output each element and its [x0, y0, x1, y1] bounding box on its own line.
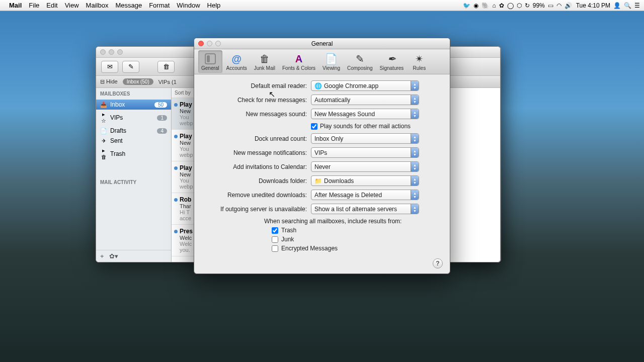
menu-window[interactable]: Window [177, 2, 200, 9]
trash-icon: ▸ 🗑 [100, 147, 107, 160]
notification-center-icon[interactable]: ☰ [634, 2, 640, 9]
sidebar-item-drafts[interactable]: 📄 Drafts 4 [96, 126, 171, 136]
tab-junk-mail[interactable]: 🗑 Junk Mail [251, 50, 278, 73]
add-button[interactable]: + [100, 252, 104, 260]
volume-icon[interactable]: 🔊 [565, 2, 572, 9]
label-notifications: New message notifications: [206, 149, 307, 156]
label-check-messages: Check for new messages: [206, 97, 307, 104]
accounts-icon: @ [230, 52, 243, 65]
signatures-icon: ✒ [385, 52, 398, 65]
checkbox-label: Encrypted Messages [281, 245, 338, 252]
unread-dot-icon [174, 135, 178, 138]
preferences-window: General General @ Accounts 🗑 Junk Mail A… [194, 38, 450, 274]
status-icon[interactable]: ◉ [473, 2, 478, 9]
favbar-inbox[interactable]: Inbox (50) [123, 78, 153, 85]
app-name[interactable]: Mail [9, 2, 22, 9]
fonts-icon: A [292, 52, 305, 65]
label-sound: New messages sound: [206, 111, 307, 118]
prefs-titlebar: General [194, 38, 450, 49]
dropbox-icon[interactable]: ⬡ [517, 2, 522, 9]
checkbox-label: Junk [281, 236, 294, 243]
sync-icon[interactable]: ◯ [507, 2, 514, 9]
select-sound[interactable]: New Messages Sound ▲▼ [311, 109, 419, 119]
tab-composing[interactable]: ✎ Composing [344, 50, 376, 73]
select-calendar[interactable]: Never ▲▼ [311, 161, 419, 172]
prefs-body: Default email reader: 🌐 Google Chrome.ap… [194, 74, 450, 260]
timemachine-icon[interactable]: ↻ [525, 2, 530, 9]
menu-help[interactable]: Help [207, 2, 221, 9]
sidebar-section-mailboxes: MAILBOXES [96, 88, 171, 100]
sidebar-item-sent[interactable]: ✈ Sent [96, 136, 171, 146]
compose-button[interactable]: ✎ [122, 61, 139, 73]
sidebar-item-trash[interactable]: ▸ 🗑 Trash [96, 146, 171, 161]
select-default-reader[interactable]: 🌐 Google Chrome.app ▲▼ [311, 80, 419, 91]
checkbox-junk[interactable] [272, 236, 278, 243]
junk-icon: 🗑 [258, 52, 271, 65]
menu-edit[interactable]: Edit [46, 2, 57, 9]
tab-general[interactable]: General [198, 50, 222, 73]
zoom-button[interactable] [215, 41, 221, 46]
macos-menubar: Mail File Edit View Mailbox Message Form… [0, 0, 644, 11]
traffic-lights[interactable] [100, 49, 123, 55]
prefs-toolbar: General @ Accounts 🗑 Junk Mail A Fonts &… [194, 49, 450, 74]
tab-signatures[interactable]: ✒ Signatures [377, 50, 407, 73]
select-remove-downloads[interactable]: After Message is Deleted ▲▼ [311, 190, 419, 200]
gear-icon[interactable]: ✿ [499, 2, 504, 9]
checkbox-trash[interactable] [272, 227, 278, 234]
prefs-title: General [311, 40, 333, 47]
label-default-reader: Default email reader: [206, 82, 307, 89]
select-arrows-icon: ▲▼ [411, 190, 419, 200]
select-outgoing[interactable]: Show a list of alternate servers ▲▼ [311, 204, 419, 214]
label-play-sounds: Play sounds for other mail actions [320, 123, 411, 130]
menu-mailbox[interactable]: Mailbox [86, 2, 109, 9]
select-arrows-icon: ▲▼ [411, 148, 419, 157]
menubar-clock[interactable]: Tue 4:10 PM [576, 2, 610, 9]
action-menu-button[interactable]: ✿▾ [109, 252, 118, 260]
unread-dot-icon [174, 103, 178, 107]
spotlight-icon[interactable]: 🔍 [624, 2, 631, 9]
close-button[interactable] [198, 41, 204, 46]
menu-file[interactable]: File [29, 2, 39, 9]
menu-format[interactable]: Format [149, 2, 170, 9]
select-arrows-icon: ▲▼ [411, 204, 419, 214]
select-arrows-icon: ▲▼ [411, 162, 419, 171]
mail-sidebar: MAILBOXES 📥 Inbox 50 ▸ ☆ VIPs 1 📄 Drafts… [96, 88, 172, 262]
wifi-icon[interactable]: ◠ [556, 2, 561, 9]
favbar-vips[interactable]: VIPs (1 [158, 79, 177, 85]
checkbox-play-sounds[interactable] [311, 123, 317, 130]
tab-fonts-colors[interactable]: A Fonts & Colors [279, 50, 318, 73]
tab-rules[interactable]: ✴ Rules [408, 50, 431, 73]
select-arrows-icon: ▲▼ [411, 81, 419, 90]
tab-accounts[interactable]: @ Accounts [223, 50, 250, 73]
label-dock-count: Dock unread count: [206, 135, 307, 142]
select-check-messages[interactable]: Automatically ▲▼ [311, 95, 419, 105]
battery-percent[interactable]: 99% [533, 2, 545, 9]
battery-icon[interactable]: ▭ [548, 2, 553, 9]
delete-button[interactable]: 🗑 [157, 61, 175, 73]
user-icon[interactable]: 👤 [613, 2, 621, 9]
checkbox-label: Trash [281, 227, 296, 234]
sidebar-item-inbox[interactable]: 📥 Inbox 50 [96, 100, 171, 110]
menu-view[interactable]: View [65, 2, 79, 9]
menu-message[interactable]: Message [115, 2, 142, 9]
minimize-button[interactable] [207, 41, 212, 46]
twitter-icon[interactable]: 🐦 [463, 2, 470, 9]
select-notifications[interactable]: VIPs ▲▼ [311, 147, 419, 158]
label-downloads: Downloads folder: [206, 177, 307, 185]
select-dock-count[interactable]: Inbox Only ▲▼ [311, 133, 419, 144]
select-downloads[interactable]: 📁 Downloads ▲▼ [311, 175, 419, 186]
tab-viewing[interactable]: 📄 Viewing [319, 50, 343, 73]
drafts-icon: 📄 [100, 128, 107, 134]
get-mail-button[interactable]: ✉ [101, 61, 118, 73]
unread-dot-icon [174, 230, 178, 233]
label-remove-downloads: Remove unedited downloads: [206, 192, 307, 199]
evernote-icon[interactable]: 🐘 [481, 2, 489, 9]
checkbox-encrypted-messages[interactable] [272, 245, 278, 252]
sidebar-item-vips[interactable]: ▸ ☆ VIPs 1 [96, 110, 171, 126]
help-button[interactable]: ? [433, 258, 443, 268]
inbox-icon: 📥 [100, 102, 107, 108]
general-icon [204, 52, 217, 65]
prefs-traffic-lights[interactable] [198, 41, 221, 46]
hide-button[interactable]: ⊟ Hide [100, 78, 118, 85]
cloud-icon[interactable]: ⌂ [492, 2, 496, 9]
